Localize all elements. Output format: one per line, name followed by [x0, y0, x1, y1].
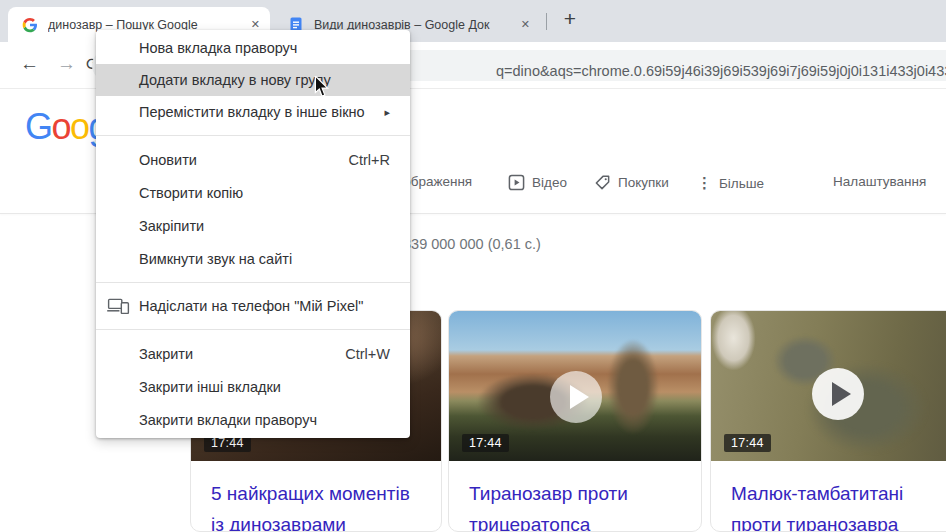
menu-item-label: Перемістити вкладку в інше вікно — [139, 104, 365, 120]
menu-item-pin-tab[interactable]: Закріпити — [96, 209, 410, 242]
dinosaur-silhouette — [607, 339, 659, 435]
url-text: q=dino&aqs=chrome.0.69i59j46i39j69i539j6… — [496, 63, 946, 79]
tab-label: Налаштування — [833, 174, 926, 189]
video-card[interactable]: 17:44 Малюк-тамбатитані проти тиранозавр… — [710, 310, 946, 532]
menu-item-label: Закрити — [139, 346, 193, 362]
tab-context-menu: Нова вкладка праворуч Додати вкладку в н… — [96, 30, 410, 438]
result-stats: 339 000 000 (0,61 с.) — [403, 236, 541, 252]
tab-label: Відео — [532, 175, 567, 190]
tab-divider — [546, 13, 547, 30]
video-title-link[interactable]: Малюк-тамбатитані проти тиранозавра — [711, 461, 946, 532]
menu-item-label: Закрити інші вкладки — [139, 379, 281, 395]
browser-window: динозавр – Пошук Google ✕ Види динозаврі… — [0, 0, 946, 532]
video-thumbnail[interactable]: 17:44 — [711, 311, 946, 461]
menu-item-close-tab[interactable]: Закрити Ctrl+W — [96, 337, 410, 370]
new-tab-button[interactable]: + — [556, 5, 584, 33]
send-to-device-icon — [107, 298, 130, 317]
logo-letter: o — [52, 106, 71, 147]
google-favicon-icon — [22, 17, 38, 33]
tab-more[interactable]: ⋮ Більше — [697, 174, 764, 192]
mouse-cursor-icon — [312, 76, 332, 102]
menu-separator — [96, 135, 410, 136]
duration-badge: 17:44 — [724, 434, 771, 452]
menu-separator — [96, 282, 410, 283]
menu-item-label: Надіслати на телефон "Мій Pixel" — [139, 298, 363, 314]
menu-item-add-tab-to-group[interactable]: Додати вкладку в нову групу — [96, 64, 410, 96]
menu-item-send-to-device[interactable]: Надіслати на телефон "Мій Pixel" — [96, 290, 410, 322]
menu-item-close-tabs-right[interactable]: Закрити вкладки праворуч — [96, 403, 410, 436]
menu-item-label: Закріпити — [139, 218, 204, 234]
menu-item-label: Оновити — [139, 152, 197, 168]
back-icon[interactable]: ← — [20, 53, 39, 75]
duration-badge: 17:44 — [462, 434, 509, 452]
tab-label: Більше — [719, 176, 764, 191]
video-thumbnail[interactable]: 17:44 — [449, 311, 701, 461]
menu-item-mute-site[interactable]: Вимкнути звук на сайті — [96, 242, 410, 275]
menu-item-duplicate[interactable]: Створити копію — [96, 176, 410, 209]
play-button-icon[interactable] — [550, 371, 602, 423]
shortcut-label: Ctrl+R — [349, 152, 391, 168]
tab-shopping[interactable]: Покупки — [594, 174, 669, 191]
logo-letter: o — [70, 106, 89, 147]
tab-label: Покупки — [618, 175, 669, 190]
more-vertical-icon: ⋮ — [697, 174, 712, 192]
video-card[interactable]: 17:44 Тиранозавр проти трицератопса — [448, 310, 702, 532]
tab-videos[interactable]: Відео — [508, 174, 567, 191]
settings-link[interactable]: Налаштування — [833, 174, 926, 189]
menu-item-move-tab-to-window[interactable]: Перемістити вкладку в інше вікно ▸ — [96, 96, 410, 128]
close-tab-icon[interactable]: ✕ — [515, 18, 540, 31]
menu-item-label: Нова вкладка праворуч — [139, 40, 297, 56]
shortcut-label: Ctrl+W — [345, 346, 390, 362]
forward-icon[interactable]: → — [57, 53, 76, 75]
play-button-icon[interactable] — [812, 368, 864, 420]
menu-item-label: Створити копію — [139, 185, 243, 201]
menu-item-new-tab-right[interactable]: Нова вкладка праворуч — [96, 32, 410, 64]
menu-item-reload[interactable]: Оновити Ctrl+R — [96, 143, 410, 176]
video-icon — [508, 174, 525, 191]
menu-item-close-other-tabs[interactable]: Закрити інші вкладки — [96, 370, 410, 403]
menu-separator — [96, 329, 410, 330]
tag-icon — [594, 174, 611, 191]
menu-item-label: Додати вкладку в нову групу — [139, 72, 331, 88]
logo-letter: G — [25, 106, 52, 147]
submenu-arrow-icon: ▸ — [384, 106, 390, 119]
video-title-link[interactable]: Тиранозавр проти трицератопса — [449, 461, 701, 532]
menu-item-label: Закрити вкладки праворуч — [139, 412, 317, 428]
video-title-link[interactable]: 5 найкращих моментів із динозаврами — [191, 461, 441, 532]
menu-item-label: Вимкнути звук на сайті — [139, 251, 292, 267]
